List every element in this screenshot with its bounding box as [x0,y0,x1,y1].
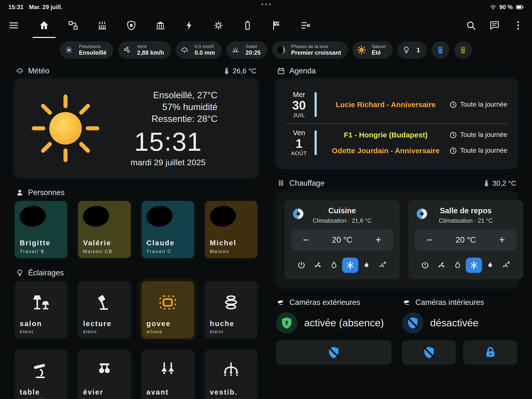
calendar-icon [277,67,285,75]
lights-grid: salon éteint lecture éteint govee allumé… [15,281,257,399]
chip-rain[interactable]: 0.0 mm/h0.0 mm [176,41,222,59]
shield-lock-icon [276,312,297,333]
fan-icon [313,261,322,270]
light-card-salon[interactable]: salon éteint [15,281,67,338]
increase-temp-button[interactable]: + [487,230,516,250]
weather-card[interactable]: Ensoleillé, 27°C 57% humidité Ressentie:… [15,79,257,177]
person-card-brigitte[interactable]: Brigitte Travail B [15,201,67,258]
climate-panel: Cuisine Climatisation · 21,6 °C − 20 °C … [276,192,517,288]
status-chips-row: PrévisionsEnsoleillé Vent2,88 km/h 0.0 m… [0,41,532,59]
arm-interior-button[interactable] [463,340,517,365]
light-card-lecture[interactable]: lecture éteint [78,281,131,338]
agenda-date: Ven 1 AOÛT [286,129,312,157]
exterior-cameras-column: Caméras extérieures activée (absence) [276,296,391,365]
mode-cool-button[interactable] [342,258,358,273]
lock-icon [483,346,497,359]
interior-alarm-status: désactivée [402,312,517,333]
rain-cloud-icon [178,44,191,56]
person-card-valerie[interactable]: Valérie Maison CB [78,201,131,258]
mode-dry-button[interactable] [326,258,342,273]
mode-off-button[interactable] [293,258,310,273]
disarm-interior-button[interactable] [402,340,456,365]
chip-sunset[interactable]: Soleil20:25 [227,41,267,59]
outdoor-temp-badge[interactable]: 26,6 °C [223,67,256,75]
status-time: 15:31 [8,4,23,11]
light-card-avant[interactable]: avant éteint [142,350,194,399]
chip-forecast[interactable]: PrévisionsEnsoleillé [60,41,113,59]
mode-auto-button[interactable] [375,258,391,273]
menu-icon [8,20,19,31]
mode-auto-button[interactable] [498,258,515,273]
light-card-huche[interactable]: huche éteint [205,281,257,338]
snowflake-icon [346,261,355,270]
chip-moon-phase[interactable]: Phases de la lunePremier croissant [272,41,348,59]
flame-icon [362,261,371,270]
mode-heat-button[interactable] [482,258,498,273]
snowflake-icon [469,261,478,270]
tab-home[interactable] [30,13,59,38]
power-icon [297,261,306,270]
thermostat-icon[interactable] [415,207,429,221]
increase-temp-button[interactable]: + [364,230,393,250]
light-card-evier[interactable]: évier éteint [78,350,131,399]
assist-chat-icon[interactable] [489,20,500,31]
sidebar-menu-button[interactable] [8,20,30,31]
decrease-temp-button[interactable]: − [415,230,444,250]
battery-status-icon [516,3,524,11]
tab-heating[interactable] [88,13,117,38]
agenda-accent-bar [315,130,317,155]
tab-flags[interactable] [262,13,291,38]
light-bulb-icon [400,44,413,56]
chip-recycle-bin[interactable] [432,41,449,59]
light-card-table[interactable]: table indisponible [15,350,67,399]
floor-lamp-icon [20,285,62,320]
decrease-temp-button[interactable]: − [291,230,320,250]
weather-feels-like: Ressentie: 28°C [110,113,217,125]
overflow-menu-icon[interactable] [513,20,524,31]
tab-weather-settings[interactable] [204,13,233,38]
desk-lamp-icon [83,285,126,320]
chip-lights-on[interactable]: 1 [398,41,427,59]
tab-battery[interactable] [233,13,262,38]
tab-todo[interactable] [291,13,320,38]
search-icon[interactable] [466,20,476,31]
avatar [209,205,237,228]
wind-icon [121,44,133,56]
mode-fan-button[interactable] [433,258,449,273]
shield-off-icon [327,346,341,359]
heating-temp-badge[interactable]: 30,2 °C [482,179,516,187]
mode-cool-button[interactable] [466,258,482,273]
agenda-card: Mer 30 JUIL Lucie Richard - Anniversaire… [276,79,517,168]
todo-list-icon [300,20,311,31]
chip-season[interactable]: SaisonÉté [353,41,393,59]
person-card-claude[interactable]: Claude Travail C [142,201,194,258]
agenda-event: Lucie Richard - Anniversaire Toute la jo… [322,100,507,109]
exterior-alarm-status: activée (absence) [276,312,391,333]
mode-dry-button[interactable] [449,258,466,273]
light-card-govee[interactable]: govee allumé [142,281,194,338]
tab-devices[interactable] [59,13,88,38]
recycle-bin-icon [434,44,447,56]
chip-waste-bin[interactable] [454,41,472,59]
mode-fan-button[interactable] [310,258,326,273]
mode-off-button[interactable] [417,258,433,273]
mode-heat-button[interactable] [358,258,375,273]
shield-off-icon [402,312,423,333]
section-title: Personnes [28,188,65,197]
chip-wind[interactable]: Vent2,88 km/h [118,41,171,59]
clock-icon [449,101,457,109]
pendant-lights-icon [147,354,189,388]
flame-icon [486,261,495,270]
agenda-accent-bar [315,92,317,117]
tab-energy[interactable] [175,13,204,38]
disarm-exterior-button[interactable] [276,340,391,365]
thermostat-icon[interactable] [291,207,305,221]
clock-icon [449,147,457,155]
tab-building[interactable] [146,13,175,38]
tab-security[interactable] [117,13,146,38]
climate-zone-cuisine: Cuisine Climatisation · 21,6 °C − 20 °C … [284,200,400,279]
person-card-michel[interactable]: Michel Maison [205,201,257,258]
exterior-cameras-header: Caméras extérieures [277,298,390,307]
light-card-vestib[interactable]: vestib. indisponible [205,350,257,399]
heat-waves-icon [277,179,285,187]
